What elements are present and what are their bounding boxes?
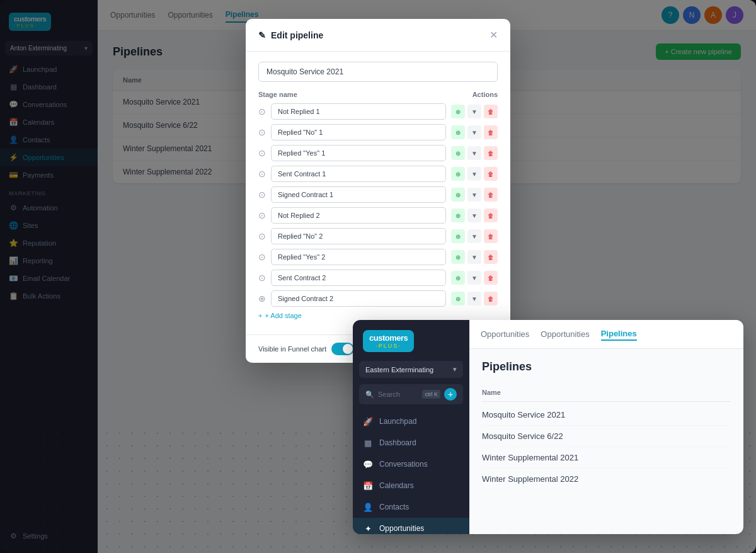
zoom-sidebar-item-contacts[interactable]: 👤 Contacts	[353, 496, 469, 518]
zoom-page-title: Pipelines	[482, 360, 731, 373]
stage-add-button[interactable]: ⊕	[451, 167, 465, 181]
stage-delete-button[interactable]: 🗑	[484, 292, 498, 305]
stage-filter-button[interactable]: ▼	[467, 271, 481, 285]
stage-filter-button[interactable]: ▼	[467, 208, 481, 222]
pipeline-name-input[interactable]	[258, 62, 498, 82]
stage-add-button[interactable]: ⊕	[451, 229, 465, 243]
stage-filter-button[interactable]: ▼	[467, 229, 481, 243]
drag-icon: ⊕	[258, 294, 266, 304]
stage-delete-button[interactable]: 🗑	[484, 250, 498, 264]
stage-delete-button[interactable]: 🗑	[484, 125, 498, 139]
stage-row: ⊙ ⊕ ▼ 🗑	[258, 124, 498, 140]
nav-label: Conversations	[379, 460, 428, 469]
stage-add-button[interactable]: ⊕	[451, 271, 465, 285]
zoom-page-body: Pipelines Name Mosquito Service 2021 Mos…	[469, 349, 743, 534]
search-icon: 🔍	[365, 391, 374, 399]
add-button[interactable]: +	[444, 388, 457, 401]
stage-add-button[interactable]: ⊕	[451, 208, 465, 222]
stage-add-button[interactable]: ⊕	[451, 146, 465, 160]
stage-input[interactable]	[271, 166, 446, 182]
modal-header: ✎ Edit pipeline ✕	[246, 19, 510, 52]
stage-add-button[interactable]: ⊕	[451, 292, 465, 305]
stage-delete-button[interactable]: 🗑	[484, 188, 498, 202]
zoom-table-row[interactable]: Mosquito Service 2021	[482, 404, 731, 426]
stage-add-button[interactable]: ⊕	[451, 105, 465, 118]
stage-row: ⊙ ⊕ ▼ 🗑	[258, 166, 498, 182]
drag-icon: ⊙	[258, 127, 266, 137]
stage-row: ⊙ ⊕ ▼ 🗑	[258, 186, 498, 203]
stage-delete-button[interactable]: 🗑	[484, 229, 498, 243]
stage-filter-button[interactable]: ▼	[467, 125, 481, 139]
drag-icon: ⊙	[258, 190, 266, 200]
stage-actions: ⊕ ▼ 🗑	[451, 146, 498, 160]
stage-filter-button[interactable]: ▼	[467, 250, 481, 264]
stage-filter-button[interactable]: ▼	[467, 292, 481, 305]
opportunities-icon: ✦	[363, 523, 373, 533]
stage-actions: ⊕ ▼ 🗑	[451, 188, 498, 202]
zoom-tab-pipelines[interactable]: Pipelines	[601, 328, 637, 341]
calendars-icon: 📅	[363, 481, 373, 491]
zoom-table-row[interactable]: Winter Supplemental 2021	[482, 447, 731, 469]
zoom-logo: customers ·PLUS·	[353, 330, 469, 361]
zoom-account-name: Eastern Exterminating	[365, 366, 433, 373]
conversations-icon: 💬	[363, 459, 373, 469]
nav-label: Contacts	[379, 503, 409, 511]
stage-name-label: Stage name	[258, 91, 297, 98]
stage-input[interactable]	[271, 270, 446, 286]
stage-input[interactable]	[271, 207, 446, 224]
funnel-chart-toggle-group: Visible in Funnel chart	[258, 343, 354, 355]
nav-label: Launchpad	[379, 417, 416, 426]
zoom-logo-sub: ·PLUS·	[369, 343, 408, 349]
stage-filter-button[interactable]: ▼	[467, 146, 481, 160]
stage-filter-button[interactable]: ▼	[467, 188, 481, 202]
stage-input[interactable]	[271, 186, 446, 203]
edit-icon: ✎	[258, 30, 266, 40]
dashboard-icon: ▦	[363, 438, 373, 448]
stage-input[interactable]	[271, 228, 446, 244]
zoom-sidebar-item-dashboard[interactable]: ▦ Dashboard	[353, 432, 469, 453]
modal-close-button[interactable]: ✕	[490, 29, 498, 41]
stage-filter-button[interactable]: ▼	[467, 167, 481, 181]
stage-input[interactable]	[271, 290, 446, 307]
zoom-search[interactable]: 🔍 Search ctrl K +	[359, 384, 463, 404]
zoom-logo-text: customers	[369, 333, 408, 343]
zoom-tab-opportunities[interactable]: Opportunities	[481, 328, 529, 340]
toggle-knob	[343, 344, 353, 354]
funnel-chart-toggle[interactable]	[331, 343, 354, 355]
stage-delete-button[interactable]: 🗑	[484, 208, 498, 222]
zoom-panel: customers ·PLUS· Eastern Exterminating ▾…	[353, 320, 743, 534]
stage-row: ⊙ ⊕ ▼ 🗑	[258, 103, 498, 120]
search-placeholder: Search	[378, 391, 418, 398]
stage-input[interactable]	[271, 145, 446, 161]
zoom-sidebar-item-conversations[interactable]: 💬 Conversations	[353, 453, 469, 475]
stage-add-button[interactable]: ⊕	[451, 250, 465, 264]
drag-icon: ⊙	[258, 210, 266, 220]
zoom-sidebar-item-calendars[interactable]: 📅 Calendars	[353, 475, 469, 496]
zoom-sidebar-item-opportunities[interactable]: ✦ Opportunities	[353, 518, 469, 534]
stage-filter-button[interactable]: ▼	[467, 105, 481, 118]
stage-delete-button[interactable]: 🗑	[484, 167, 498, 181]
add-stage-link[interactable]: + + Add stage	[258, 312, 498, 319]
edit-pipeline-modal: ✎ Edit pipeline ✕ Stage name Actions ⊙ ⊕…	[246, 19, 510, 363]
stage-actions: ⊕ ▼ 🗑	[451, 292, 498, 305]
zoom-tab-opportunities2[interactable]: Opportunities	[541, 328, 589, 340]
stage-input[interactable]	[271, 103, 446, 120]
zoom-table-row[interactable]: Mosquito Service 6/22	[482, 426, 731, 447]
zoom-table-row[interactable]: Winter Supplemental 2022	[482, 469, 731, 489]
stage-add-button[interactable]: ⊕	[451, 125, 465, 139]
stage-actions: ⊕ ▼ 🗑	[451, 125, 498, 139]
zoom-account[interactable]: Eastern Exterminating ▾	[359, 361, 463, 378]
stage-add-button[interactable]: ⊕	[451, 188, 465, 202]
modal-title: ✎ Edit pipeline	[258, 30, 323, 40]
stage-input[interactable]	[271, 124, 446, 140]
drag-icon: ⊙	[258, 231, 266, 241]
stage-actions: ⊕ ▼ 🗑	[451, 250, 498, 264]
drag-icon: ⊙	[258, 252, 266, 262]
nav-label: Calendars	[379, 481, 414, 490]
stage-delete-button[interactable]: 🗑	[484, 105, 498, 118]
modal-body: Stage name Actions ⊙ ⊕ ▼ 🗑 ⊙ ⊕ ▼ �	[246, 52, 510, 334]
stage-input[interactable]	[271, 249, 446, 265]
stage-delete-button[interactable]: 🗑	[484, 271, 498, 285]
zoom-sidebar-item-launchpad[interactable]: 🚀 Launchpad	[353, 411, 469, 432]
stage-delete-button[interactable]: 🗑	[484, 146, 498, 160]
